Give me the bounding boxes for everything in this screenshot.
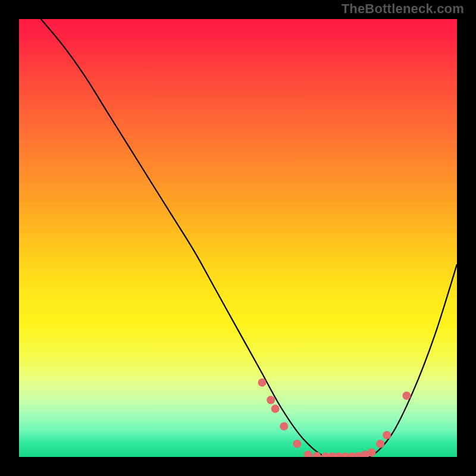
data-marker xyxy=(376,440,384,448)
data-marker xyxy=(267,396,275,404)
bottleneck-curve xyxy=(41,19,457,457)
chart-svg xyxy=(19,19,457,457)
data-marker xyxy=(402,392,411,400)
data-marker xyxy=(383,431,391,439)
data-marker xyxy=(304,450,312,457)
attribution-label: TheBottleneck.com xyxy=(342,1,464,17)
plot-area xyxy=(19,19,457,457)
data-marker xyxy=(280,422,288,431)
data-marker xyxy=(368,449,376,457)
data-marker xyxy=(293,440,301,448)
data-marker xyxy=(271,405,280,413)
data-marker xyxy=(258,378,267,387)
chart-frame: TheBottleneck.com xyxy=(0,0,476,476)
data-marker xyxy=(313,452,321,458)
marker-layer xyxy=(258,378,411,457)
